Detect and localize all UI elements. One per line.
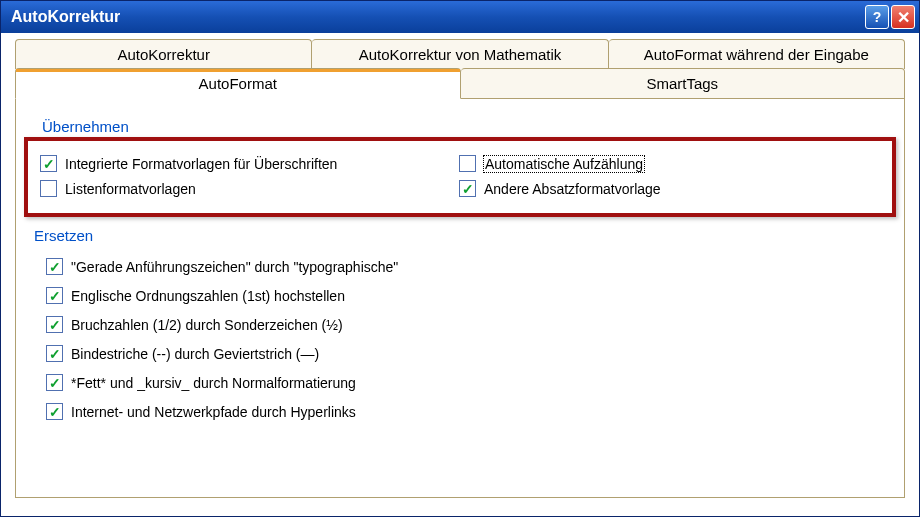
help-button[interactable]: ? (865, 5, 889, 29)
option-englische-ordnungszahlen[interactable]: Englische Ordnungszahlen (1st) hochstell… (46, 281, 886, 310)
option-label: Internet- und Netzwerkpfade durch Hyperl… (71, 404, 356, 420)
checkbox[interactable] (46, 374, 63, 391)
option-label: Listenformatvorlagen (65, 181, 196, 197)
option-label: Andere Absatzformatvorlage (484, 181, 661, 197)
option-gerade-anfuehrungszeichen[interactable]: "Gerade Anführungszeichen" durch "typogr… (46, 252, 886, 281)
option-label: Automatische Aufzählung (484, 156, 644, 172)
option-andere-absatzformatvorlage[interactable]: Andere Absatzformatvorlage (459, 176, 878, 201)
tab-autoformat[interactable]: AutoFormat (15, 68, 461, 99)
tab-autokorrektur[interactable]: AutoKorrektur (15, 39, 312, 69)
dialog-window: AutoKorrektur ? ✕ AutoKorrektur AutoKorr… (0, 0, 920, 517)
tab-autokorrektur-mathematik[interactable]: AutoKorrektur von Mathematik (312, 39, 608, 69)
checkbox[interactable] (40, 180, 57, 197)
option-label: Englische Ordnungszahlen (1st) hochstell… (71, 288, 345, 304)
titlebar: AutoKorrektur ? ✕ (1, 1, 919, 33)
option-label: "Gerade Anführungszeichen" durch "typogr… (71, 259, 398, 275)
checkbox[interactable] (46, 287, 63, 304)
client-area: AutoKorrektur AutoKorrektur von Mathemat… (1, 33, 919, 516)
option-label: Bruchzahlen (1/2) durch Sonderzeichen (½… (71, 317, 343, 333)
group-title-ersetzen: Ersetzen (34, 227, 886, 244)
option-integrierte-formatvorlagen[interactable]: Integrierte Formatvorlagen für Überschri… (40, 151, 459, 176)
checkbox[interactable] (46, 403, 63, 420)
option-label: *Fett* und _kursiv_ durch Normalformatie… (71, 375, 356, 391)
option-label: Integrierte Formatvorlagen für Überschri… (65, 156, 337, 172)
option-bindestriche[interactable]: Bindestriche (--) durch Geviertstrich (—… (46, 339, 886, 368)
group-title-uebernehmen: Übernehmen (42, 118, 886, 135)
tab-smarttags[interactable]: SmartTags (461, 68, 906, 99)
window-title: AutoKorrektur (11, 8, 863, 26)
ersetzen-options: "Gerade Anführungszeichen" durch "typogr… (34, 252, 886, 426)
checkbox[interactable] (46, 316, 63, 333)
tab-autoformat-eingabe[interactable]: AutoFormat während der Eingabe (609, 39, 905, 69)
tabs-row-top: AutoKorrektur AutoKorrektur von Mathemat… (15, 39, 905, 69)
option-listenformatvorlagen[interactable]: Listenformatvorlagen (40, 176, 459, 201)
checkbox[interactable] (40, 155, 57, 172)
option-label: Bindestriche (--) durch Geviertstrich (—… (71, 346, 319, 362)
option-fett-kursiv[interactable]: *Fett* und _kursiv_ durch Normalformatie… (46, 368, 886, 397)
tabs-row-second: AutoFormat SmartTags (15, 68, 905, 99)
checkbox[interactable] (46, 258, 63, 275)
option-automatische-aufzaehlung[interactable]: Automatische Aufzählung (459, 151, 878, 176)
checkbox[interactable] (459, 180, 476, 197)
uebernehmen-options: Integrierte Formatvorlagen für Überschri… (40, 151, 878, 201)
highlighted-group-uebernehmen: Integrierte Formatvorlagen für Überschri… (24, 137, 896, 217)
tab-page-autoformat: Übernehmen Integrierte Formatvorlagen fü… (15, 98, 905, 498)
option-bruchzahlen[interactable]: Bruchzahlen (1/2) durch Sonderzeichen (½… (46, 310, 886, 339)
close-button[interactable]: ✕ (891, 5, 915, 29)
checkbox[interactable] (46, 345, 63, 362)
option-internet-netzwerkpfade[interactable]: Internet- und Netzwerkpfade durch Hyperl… (46, 397, 886, 426)
checkbox[interactable] (459, 155, 476, 172)
